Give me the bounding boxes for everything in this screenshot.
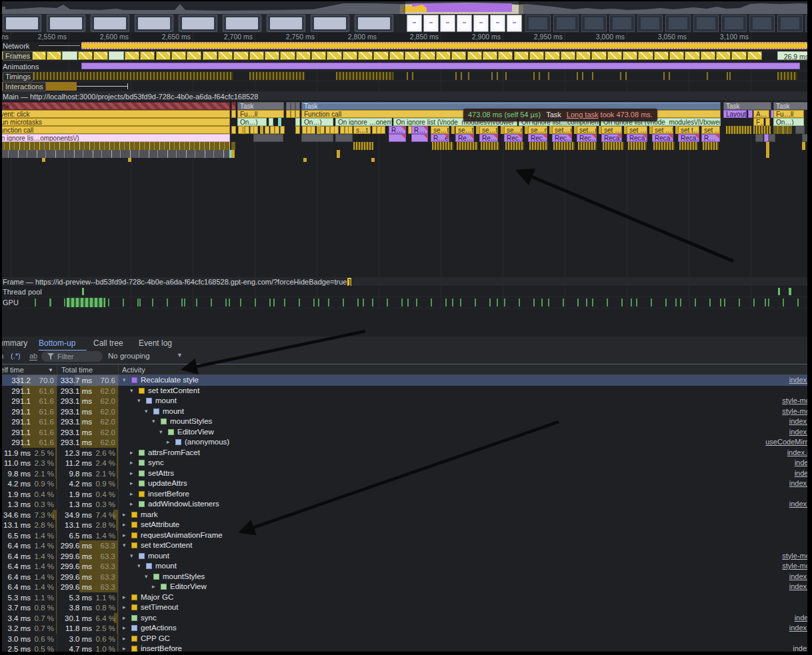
main-thread-header[interactable]: Main — http://localhost:3000/projects/bd… [0, 92, 812, 101]
screenshot-thumbnail[interactable] [355, 15, 393, 32]
flame-bar[interactable] [451, 126, 455, 134]
flame-bar[interactable] [755, 134, 763, 142]
screenshot-thumbnail[interactable] [777, 15, 803, 32]
frame-cell[interactable] [187, 51, 201, 60]
frame-cell[interactable] [623, 51, 637, 60]
flame-bar[interactable] [275, 126, 279, 134]
frame-cell[interactable] [171, 51, 186, 60]
frame-cell[interactable] [716, 51, 731, 60]
screenshot-thumbnail[interactable] [609, 15, 635, 32]
table-row[interactable]: 3.7 ms0.8 %3.8 ms0.8 %▸setTimeout [0, 602, 812, 613]
table-row[interactable]: 5.3 ms1.1 %5.3 ms1.1 %▸Major GC [0, 592, 812, 603]
frame-cell[interactable] [249, 51, 264, 60]
expand-closed-icon[interactable]: ▸ [167, 438, 170, 445]
table-row[interactable]: 6.4 ms1.4 %299.6 ms63.3 %▾set textConten… [0, 540, 812, 551]
flame-bar[interactable]: Reca…yle [601, 134, 622, 142]
frame-cell[interactable] [156, 51, 171, 60]
table-row[interactable]: 6.4 ms1.4 %299.6 ms63.3 %▸EditorViewinde… [0, 582, 812, 592]
flame-bar[interactable] [295, 110, 300, 118]
flame-bar[interactable] [353, 142, 373, 150]
expand-closed-icon[interactable]: ▸ [152, 583, 155, 590]
table-row[interactable]: 34.6 ms7.3 %34.9 ms7.4 %▸mark [0, 510, 812, 520]
table-row[interactable]: 291.1 ms61.6 %293.1 ms62.0 %▾mountStyles… [0, 416, 812, 427]
expand-closed-icon[interactable]: ▸ [123, 614, 126, 621]
frame-cell[interactable] [685, 51, 699, 60]
frame-cell[interactable] [529, 51, 544, 60]
flame-bar[interactable] [703, 142, 719, 150]
flame-bar[interactable]: Rec…le [528, 134, 547, 142]
flame-bar[interactable] [245, 126, 249, 134]
frame-cell[interactable] [296, 51, 311, 60]
flame-bar[interactable]: Re…le [479, 134, 498, 142]
flame-bar[interactable] [269, 118, 273, 126]
screenshot-thumbnail[interactable] [407, 15, 422, 32]
gpu-track[interactable]: GPU [0, 297, 812, 309]
filmstrip[interactable] [0, 14, 812, 33]
frame-cell[interactable] [405, 51, 419, 60]
network-requests-bar[interactable] [81, 42, 812, 49]
frame-cell[interactable] [389, 51, 404, 60]
flame-bar[interactable] [372, 126, 377, 134]
animation-bar[interactable] [81, 63, 800, 69]
flame-bar[interactable] [0, 142, 230, 150]
flame-bar[interactable] [553, 142, 575, 150]
flame-bar[interactable]: se…nt [504, 126, 523, 134]
flame-bar[interactable] [295, 126, 300, 134]
table-row[interactable]: 3.4 ms0.7 %30.1 ms6.4 %▸syncindex. [0, 613, 812, 624]
flame-bar[interactable]: set…nt [552, 126, 572, 134]
flame-bar[interactable] [303, 158, 307, 162]
flame-bar[interactable] [253, 134, 283, 142]
screenshot-thumbnail[interactable] [749, 15, 775, 32]
flame-bar[interactable] [0, 150, 230, 158]
frame-cell[interactable] [669, 51, 684, 60]
frame-cell[interactable] [483, 51, 497, 60]
flame-bar[interactable] [311, 126, 315, 134]
flame-bar[interactable] [301, 134, 333, 142]
frame-cell[interactable] [498, 51, 513, 60]
flame-bar[interactable]: set …ent [627, 126, 647, 134]
frame-cell[interactable] [233, 51, 248, 60]
flame-bar[interactable]: Re…le [455, 134, 474, 142]
expand-open-icon[interactable]: ▾ [130, 552, 133, 559]
expand-closed-icon[interactable]: ▸ [130, 490, 133, 497]
screenshot-thumbnail[interactable] [267, 15, 305, 32]
frame-cell[interactable] [311, 51, 326, 60]
flame-bar[interactable]: se…t [479, 126, 498, 134]
expand-closed-icon[interactable]: ▸ [123, 594, 126, 600]
source-link[interactable]: useCodeMirror [765, 438, 812, 446]
expand-open-icon[interactable]: ▾ [137, 562, 141, 569]
flame-bar[interactable]: set…nt [577, 126, 597, 134]
frames-track[interactable]: Frames 26.9 ms [0, 51, 812, 61]
flame-bar[interactable] [291, 110, 295, 118]
expand-closed-icon[interactable]: ▸ [130, 480, 133, 486]
table-row[interactable]: 6.5 ms1.4 %6.5 ms1.4 %▸requestAnimationF… [0, 530, 812, 541]
table-row[interactable]: 1.3 ms0.3 %1.3 ms0.3 %▸addWindowListener… [0, 499, 812, 510]
flame-bar[interactable]: Fu…ll [237, 110, 284, 118]
flame-bar[interactable]: Rec…yle [577, 134, 597, 142]
network-track[interactable]: Network [0, 41, 812, 51]
table-row[interactable]: 6.4 ms1.4 %299.6 ms63.3 %▾mountstyle-mod [0, 551, 812, 562]
screenshot-thumbnail[interactable] [3, 15, 41, 32]
flame-bar[interactable] [320, 126, 325, 134]
flame-bar[interactable]: A… [753, 110, 769, 118]
flame-bar[interactable] [253, 126, 258, 134]
flame-bar[interactable]: set …tent [652, 126, 673, 134]
flame-bar[interactable]: Event: click [0, 110, 230, 118]
flame-bar[interactable]: Run microtasks [0, 118, 230, 126]
screenshot-thumbnail[interactable] [581, 15, 607, 32]
table-row[interactable]: 331.2 ms70.0 %333.7 ms70.6 %▾Recalculate… [0, 375, 812, 386]
flame-bar[interactable]: se…nt [528, 126, 547, 134]
flame-bar[interactable]: se…t [431, 126, 449, 134]
flame-bar[interactable] [726, 126, 751, 134]
frame-cell[interactable] [701, 51, 715, 60]
expand-closed-icon[interactable]: ▸ [130, 500, 133, 507]
expand-closed-icon[interactable]: ▸ [130, 449, 133, 456]
frame-cell[interactable] [93, 51, 108, 60]
flame-bar[interactable]: Task [773, 102, 812, 110]
flame-bar[interactable]: R…e [431, 134, 449, 142]
flame-bar[interactable] [325, 126, 330, 134]
flame-bar[interactable]: set …ent [601, 126, 622, 134]
frame-cell[interactable] [125, 51, 139, 60]
frame-cell[interactable] [638, 51, 653, 60]
frame-cell[interactable] [576, 51, 591, 60]
